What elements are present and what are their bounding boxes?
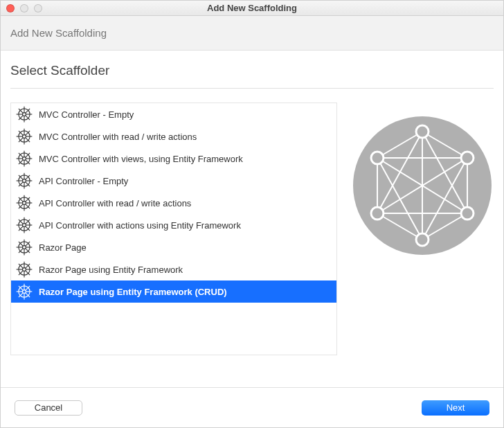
svg-line-42 — [19, 153, 20, 154]
scaffold-item-icon — [15, 260, 33, 278]
scaffold-item-icon — [15, 194, 33, 212]
svg-line-124 — [20, 249, 23, 251]
svg-line-17 — [26, 116, 28, 118]
svg-line-24 — [19, 131, 20, 132]
titlebar: Add New Scaffolding — [1, 1, 503, 16]
svg-line-153 — [28, 296, 30, 297]
svg-line-32 — [20, 132, 23, 135]
svg-line-71 — [26, 182, 28, 185]
scaffolder-item[interactable]: MVC Controller with views, using Entity … — [11, 148, 336, 170]
scaffolder-item[interactable]: API Controller - Empty — [11, 170, 336, 192]
scaffolder-item-label: API Controller with actions using Entity… — [39, 220, 241, 231]
svg-line-8 — [19, 118, 20, 120]
scaffolder-item-label: Razor Page using Entity Framework (CRUD) — [39, 287, 227, 297]
svg-line-98 — [19, 229, 20, 231]
svg-line-96 — [19, 220, 20, 221]
scaffold-item-icon — [15, 127, 33, 145]
svg-line-7 — [28, 109, 30, 110]
svg-line-97 — [28, 220, 30, 221]
svg-line-86 — [20, 199, 23, 202]
next-button[interactable]: Next — [422, 400, 489, 416]
scaffold-item-icon — [15, 150, 33, 168]
scaffolder-item-label: API Controller - Empty — [39, 176, 128, 186]
svg-point-181 — [371, 207, 384, 220]
cancel-button-label: Cancel — [35, 402, 62, 413]
svg-line-9 — [28, 118, 30, 120]
dialog-window: Add New Scaffolding Add New Scaffolding … — [0, 0, 504, 428]
svg-line-134 — [19, 274, 20, 275]
page-header: Add New Scaffolding — [1, 16, 503, 51]
svg-line-78 — [19, 197, 20, 199]
svg-point-180 — [461, 152, 474, 164]
svg-line-44 — [19, 163, 20, 164]
svg-line-89 — [26, 204, 28, 207]
minimize-window-button[interactable] — [20, 4, 28, 12]
svg-line-16 — [20, 116, 23, 118]
scaffolder-item[interactable]: Razor Page using Entity Framework (CRUD) — [11, 280, 336, 303]
svg-line-87 — [26, 199, 28, 202]
svg-line-122 — [20, 243, 23, 246]
svg-line-114 — [19, 242, 20, 243]
window-controls — [6, 4, 42, 12]
svg-line-69 — [26, 177, 28, 179]
svg-line-104 — [20, 221, 23, 224]
svg-line-135 — [28, 274, 30, 275]
zoom-window-button[interactable] — [34, 4, 42, 12]
svg-line-99 — [28, 229, 30, 231]
svg-line-62 — [19, 185, 20, 186]
svg-line-142 — [20, 271, 23, 274]
scaffolder-item[interactable]: Razor Page — [11, 236, 336, 258]
scaffold-item-icon — [15, 238, 33, 256]
svg-line-115 — [28, 242, 30, 243]
svg-line-152 — [19, 296, 20, 297]
close-window-button[interactable] — [6, 4, 15, 12]
preview-pane — [351, 102, 494, 387]
svg-line-106 — [20, 226, 23, 229]
svg-line-105 — [26, 221, 28, 224]
svg-line-68 — [20, 177, 23, 179]
scaffolder-item[interactable]: API Controller with read / write actions — [11, 192, 336, 214]
scaffolder-item[interactable]: MVC Controller with read / write actions — [11, 125, 336, 148]
svg-line-125 — [26, 249, 28, 251]
svg-line-14 — [20, 110, 23, 113]
svg-line-50 — [20, 154, 23, 157]
scaffold-item-icon — [15, 216, 33, 234]
svg-line-33 — [26, 132, 28, 135]
svg-line-160 — [20, 293, 23, 296]
svg-line-123 — [26, 243, 28, 246]
svg-line-61 — [28, 175, 30, 177]
scaffolder-item[interactable]: MVC Controller - Empty — [11, 103, 336, 125]
svg-line-34 — [20, 138, 23, 141]
footer: Cancel Next — [1, 387, 503, 427]
window-title: Add New Scaffolding — [1, 3, 503, 13]
svg-point-182 — [461, 207, 474, 220]
scaffolder-item-label: MVC Controller with views, using Entity … — [39, 154, 243, 164]
svg-line-51 — [26, 154, 28, 157]
scaffold-item-icon — [15, 172, 33, 190]
svg-point-179 — [371, 152, 384, 164]
page-header-title: Add New Scaffolding — [10, 27, 107, 39]
svg-line-60 — [19, 175, 20, 177]
svg-line-79 — [28, 197, 30, 199]
svg-line-117 — [28, 251, 30, 253]
svg-line-132 — [19, 264, 20, 265]
scaffolder-listbox[interactable]: MVC Controller - EmptyMVC Controller wit… — [10, 102, 337, 355]
svg-line-63 — [28, 185, 30, 186]
page-subheader-title: Select Scaffolder — [10, 63, 109, 78]
svg-line-15 — [26, 110, 28, 113]
next-button-label: Next — [447, 402, 465, 413]
svg-point-178 — [416, 125, 429, 138]
svg-line-158 — [20, 287, 23, 290]
scaffolder-item-label: API Controller with read / write actions — [39, 198, 191, 208]
scaffolder-item-label: MVC Controller - Empty — [39, 109, 134, 120]
svg-line-6 — [19, 109, 20, 110]
svg-line-143 — [26, 271, 28, 274]
scaffolder-item[interactable]: Razor Page using Entity Framework — [11, 258, 336, 280]
scaffolder-item-label: Razor Page using Entity Framework — [39, 265, 183, 275]
scaffolder-item[interactable]: API Controller with actions using Entity… — [11, 214, 336, 236]
svg-line-27 — [28, 141, 30, 142]
svg-line-70 — [20, 182, 23, 185]
svg-line-81 — [28, 207, 30, 208]
cancel-button[interactable]: Cancel — [15, 400, 82, 416]
svg-line-141 — [26, 265, 28, 268]
